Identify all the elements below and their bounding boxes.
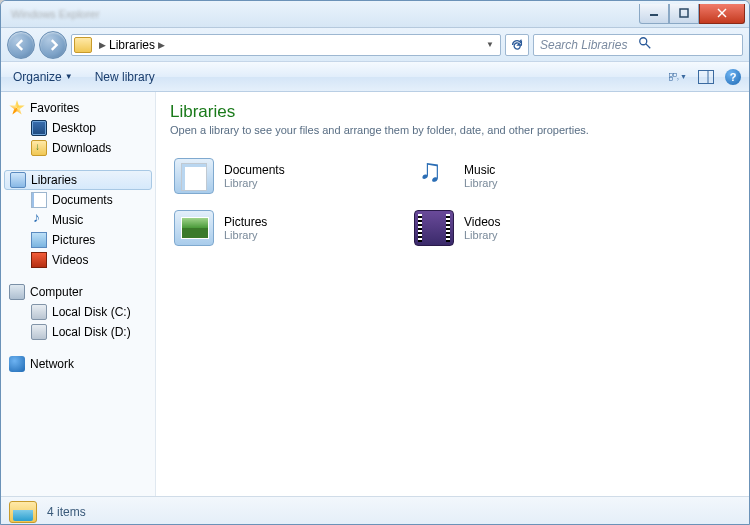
disk-icon [31,324,47,340]
sidebar-item-computer[interactable]: Computer [1,282,155,302]
sidebar-item-disk-c[interactable]: Local Disk (C:) [1,302,155,322]
sidebar-item-documents[interactable]: Documents [1,190,155,210]
chevron-down-icon: ▼ [680,73,687,80]
sidebar-item-videos[interactable]: Videos [1,250,155,270]
desktop-icon [31,120,47,136]
view-options-button[interactable]: ▼ [669,68,687,86]
forward-button[interactable] [39,31,67,59]
refresh-button[interactable] [505,34,529,56]
svg-line-5 [646,44,650,48]
libraries-group: Libraries Documents Music Pictures Video… [1,170,155,270]
sidebar-item-favorites[interactable]: Favorites [1,98,155,118]
details-pane: 4 items [1,496,749,525]
svg-rect-1 [680,9,688,17]
address-segment[interactable]: Libraries [109,38,155,52]
svg-point-4 [640,38,647,45]
status-text: 4 items [47,505,86,519]
network-icon [9,356,25,372]
navigation-pane[interactable]: Favorites Desktop Downloads Libraries Do… [1,92,156,496]
search-icon [638,36,736,53]
music-icon [414,158,454,194]
search-input[interactable]: Search Libraries [533,34,743,56]
page-subtitle: Open a library to see your files and arr… [170,124,735,136]
documents-icon [174,158,214,194]
disk-icon [31,304,47,320]
library-item-pictures[interactable]: PicturesLibrary [170,206,390,250]
sidebar-item-desktop[interactable]: Desktop [1,118,155,138]
nav-toolbar: ▶ Libraries ▶ ▼ Search Libraries [1,28,749,62]
titlebar[interactable]: Windows Explorer [1,1,749,28]
library-item-videos[interactable]: VideosLibrary [410,206,630,250]
maximize-button[interactable] [669,4,699,24]
libraries-icon [10,172,26,188]
folder-icon [74,37,92,53]
library-grid: DocumentsLibrary MusicLibrary PicturesLi… [170,154,735,250]
chevron-right-icon[interactable]: ▶ [158,40,165,50]
chevron-right-icon[interactable]: ▶ [99,40,106,50]
svg-rect-6 [670,73,673,76]
downloads-icon [31,140,47,156]
command-bar: Organize▼ New library ▼ ? [1,62,749,92]
computer-icon [9,284,25,300]
content-pane[interactable]: Libraries Open a library to see your fil… [156,92,749,496]
videos-icon [31,252,47,268]
page-title: Libraries [170,102,735,122]
music-icon [31,212,47,228]
svg-rect-7 [673,73,676,76]
favorites-group: Favorites Desktop Downloads [1,98,155,158]
back-button[interactable] [7,31,35,59]
explorer-window: Windows Explorer ▶ Libraries ▶ ▼ Search … [0,0,750,525]
new-library-button[interactable]: New library [91,67,159,87]
network-group: Network [1,354,155,374]
sidebar-item-libraries[interactable]: Libraries [4,170,152,190]
sidebar-item-network[interactable]: Network [1,354,155,374]
close-button[interactable] [699,4,745,24]
videos-icon [414,210,454,246]
computer-group: Computer Local Disk (C:) Local Disk (D:) [1,282,155,342]
window-title: Windows Explorer [11,8,100,20]
sidebar-item-disk-d[interactable]: Local Disk (D:) [1,322,155,342]
address-dropdown-icon[interactable]: ▼ [482,40,498,49]
help-button[interactable]: ? [725,69,741,85]
address-bar[interactable]: ▶ Libraries ▶ ▼ [71,34,501,56]
minimize-button[interactable] [639,4,669,24]
preview-pane-button[interactable] [697,68,715,86]
sidebar-item-downloads[interactable]: Downloads [1,138,155,158]
svg-rect-9 [699,70,714,83]
search-placeholder: Search Libraries [540,38,638,52]
chevron-down-icon: ▼ [65,72,73,81]
sidebar-item-music[interactable]: Music [1,210,155,230]
pictures-icon [31,232,47,248]
libraries-icon [9,501,37,523]
library-item-music[interactable]: MusicLibrary [410,154,630,198]
pictures-icon [174,210,214,246]
organize-button[interactable]: Organize▼ [9,67,77,87]
svg-rect-8 [670,77,673,80]
library-item-documents[interactable]: DocumentsLibrary [170,154,390,198]
documents-icon [31,192,47,208]
sidebar-item-pictures[interactable]: Pictures [1,230,155,250]
star-icon [9,100,25,116]
